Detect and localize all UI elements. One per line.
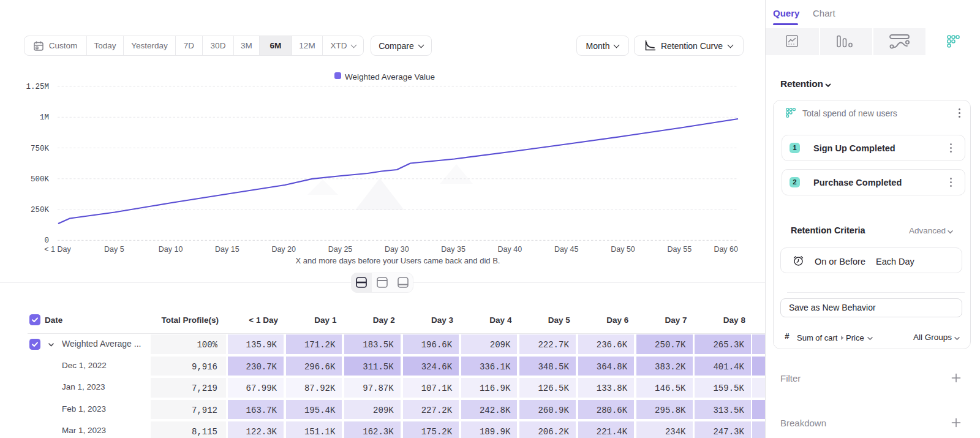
svg-text:Day 25: Day 25	[328, 245, 353, 254]
svg-text:Day 15: Day 15	[215, 245, 239, 254]
svg-text:1.25M: 1.25M	[26, 83, 49, 91]
svg-text:Day 30: Day 30	[385, 245, 409, 254]
svg-text:Day 45: Day 45	[554, 245, 579, 254]
svg-text:1M: 1M	[40, 113, 49, 122]
svg-text:Day 40: Day 40	[498, 245, 522, 254]
svg-text:< 1 Day: < 1 Day	[44, 245, 71, 254]
svg-text:0: 0	[44, 236, 49, 245]
svg-text:Day 35: Day 35	[441, 245, 466, 254]
svg-text:Day 5: Day 5	[104, 245, 124, 254]
svg-text:Day 10: Day 10	[159, 245, 183, 254]
svg-text:Day 60: Day 60	[714, 245, 738, 254]
svg-text:Day 20: Day 20	[271, 245, 296, 254]
svg-text:750K: 750K	[31, 145, 50, 153]
svg-text:500K: 500K	[31, 175, 50, 184]
svg-text:Day 50: Day 50	[611, 245, 635, 254]
svg-text:250K: 250K	[31, 206, 50, 214]
svg-text:Day 55: Day 55	[667, 245, 692, 254]
